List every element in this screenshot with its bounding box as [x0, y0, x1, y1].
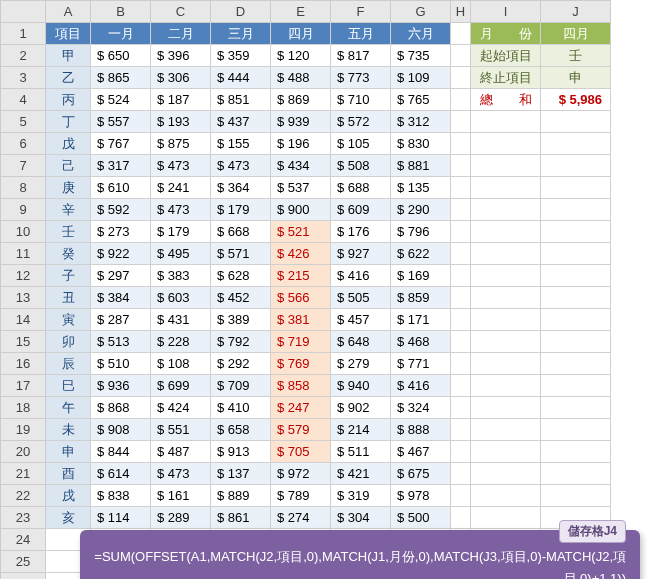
data-cell[interactable]: $ 364 [211, 177, 271, 199]
row-header-26[interactable]: 26 [1, 573, 46, 580]
data-cell[interactable]: $ 410 [211, 397, 271, 419]
cell-I[interactable] [471, 221, 541, 243]
cell-I[interactable] [471, 287, 541, 309]
data-cell[interactable]: $ 889 [211, 485, 271, 507]
data-cell[interactable]: $ 537 [271, 177, 331, 199]
data-cell[interactable]: $ 324 [391, 397, 451, 419]
data-cell[interactable]: $ 426 [271, 243, 331, 265]
cell-J[interactable] [541, 221, 611, 243]
item-label[interactable]: 乙 [46, 67, 91, 89]
data-cell[interactable]: $ 510 [91, 353, 151, 375]
item-label[interactable]: 丙 [46, 89, 91, 111]
cell-J[interactable] [541, 331, 611, 353]
col-H[interactable]: H [451, 1, 471, 23]
cell-J[interactable] [541, 441, 611, 463]
data-cell[interactable]: $ 902 [331, 397, 391, 419]
data-cell[interactable]: $ 247 [271, 397, 331, 419]
data-cell[interactable]: $ 384 [91, 287, 151, 309]
row-header-3[interactable]: 3 [1, 67, 46, 89]
row-header-7[interactable]: 7 [1, 155, 46, 177]
row-header-9[interactable]: 9 [1, 199, 46, 221]
data-cell[interactable]: $ 859 [391, 287, 451, 309]
cell-I1[interactable]: 月 份 [471, 23, 541, 45]
data-cell[interactable]: $ 869 [271, 89, 331, 111]
data-cell[interactable]: $ 431 [151, 309, 211, 331]
cell-month-hdr[interactable]: 一月 [91, 23, 151, 45]
data-cell[interactable]: $ 571 [211, 243, 271, 265]
cell-H[interactable] [451, 463, 471, 485]
data-cell[interactable]: $ 434 [271, 155, 331, 177]
row-header-17[interactable]: 17 [1, 375, 46, 397]
item-label[interactable]: 戌 [46, 485, 91, 507]
cell-I[interactable] [471, 375, 541, 397]
cell-H1[interactable] [451, 23, 471, 45]
data-cell[interactable]: $ 861 [211, 507, 271, 529]
cell-H[interactable] [451, 221, 471, 243]
cell-J[interactable] [541, 133, 611, 155]
row-header-16[interactable]: 16 [1, 353, 46, 375]
data-cell[interactable]: $ 622 [391, 243, 451, 265]
row-header-20[interactable]: 20 [1, 441, 46, 463]
cell-month-hdr[interactable]: 四月 [271, 23, 331, 45]
row-header-12[interactable]: 12 [1, 265, 46, 287]
data-cell[interactable]: $ 579 [271, 419, 331, 441]
data-cell[interactable]: $ 424 [151, 397, 211, 419]
row-header-8[interactable]: 8 [1, 177, 46, 199]
data-cell[interactable]: $ 383 [151, 265, 211, 287]
end-val[interactable]: 申 [541, 67, 611, 89]
sum-label[interactable]: 總 和 [471, 89, 541, 111]
item-label[interactable]: 巳 [46, 375, 91, 397]
item-label[interactable]: 辰 [46, 353, 91, 375]
cell-H[interactable] [451, 155, 471, 177]
data-cell[interactable]: $ 290 [391, 199, 451, 221]
data-cell[interactable]: $ 120 [271, 45, 331, 67]
cell-H[interactable] [451, 67, 471, 89]
data-cell[interactable]: $ 273 [91, 221, 151, 243]
item-label[interactable]: 甲 [46, 45, 91, 67]
item-label[interactable]: 丑 [46, 287, 91, 309]
data-cell[interactable]: $ 521 [271, 221, 331, 243]
cell-A1[interactable]: 項目 [46, 23, 91, 45]
data-cell[interactable]: $ 710 [331, 89, 391, 111]
data-cell[interactable]: $ 735 [391, 45, 451, 67]
item-label[interactable]: 午 [46, 397, 91, 419]
data-cell[interactable]: $ 927 [331, 243, 391, 265]
cell-I[interactable] [471, 419, 541, 441]
row-header-23[interactable]: 23 [1, 507, 46, 529]
start-val[interactable]: 壬 [541, 45, 611, 67]
data-cell[interactable]: $ 913 [211, 441, 271, 463]
data-cell[interactable]: $ 444 [211, 67, 271, 89]
data-cell[interactable]: $ 511 [331, 441, 391, 463]
cell-J[interactable] [541, 397, 611, 419]
data-cell[interactable]: $ 851 [211, 89, 271, 111]
data-cell[interactable]: $ 135 [391, 177, 451, 199]
cell-J[interactable] [541, 243, 611, 265]
start-label[interactable]: 起始項目 [471, 45, 541, 67]
cell-month-hdr[interactable]: 二月 [151, 23, 211, 45]
data-cell[interactable]: $ 179 [211, 199, 271, 221]
data-cell[interactable]: $ 317 [91, 155, 151, 177]
cell-H[interactable] [451, 287, 471, 309]
row-header-25[interactable]: 25 [1, 551, 46, 573]
data-cell[interactable]: $ 796 [391, 221, 451, 243]
data-cell[interactable]: $ 114 [91, 507, 151, 529]
item-label[interactable]: 申 [46, 441, 91, 463]
data-cell[interactable]: $ 473 [211, 155, 271, 177]
data-cell[interactable]: $ 500 [391, 507, 451, 529]
cell-H[interactable] [451, 89, 471, 111]
data-cell[interactable]: $ 306 [151, 67, 211, 89]
cell-I[interactable] [471, 155, 541, 177]
cell-H[interactable] [451, 419, 471, 441]
row-header-1[interactable]: 1 [1, 23, 46, 45]
cell-H[interactable] [451, 507, 471, 529]
data-cell[interactable]: $ 572 [331, 111, 391, 133]
data-cell[interactable]: $ 566 [271, 287, 331, 309]
data-cell[interactable]: $ 881 [391, 155, 451, 177]
row-header-5[interactable]: 5 [1, 111, 46, 133]
row-header-2[interactable]: 2 [1, 45, 46, 67]
cell-I[interactable] [471, 331, 541, 353]
data-cell[interactable]: $ 381 [271, 309, 331, 331]
data-cell[interactable]: $ 228 [151, 331, 211, 353]
item-label[interactable]: 癸 [46, 243, 91, 265]
data-cell[interactable]: $ 241 [151, 177, 211, 199]
